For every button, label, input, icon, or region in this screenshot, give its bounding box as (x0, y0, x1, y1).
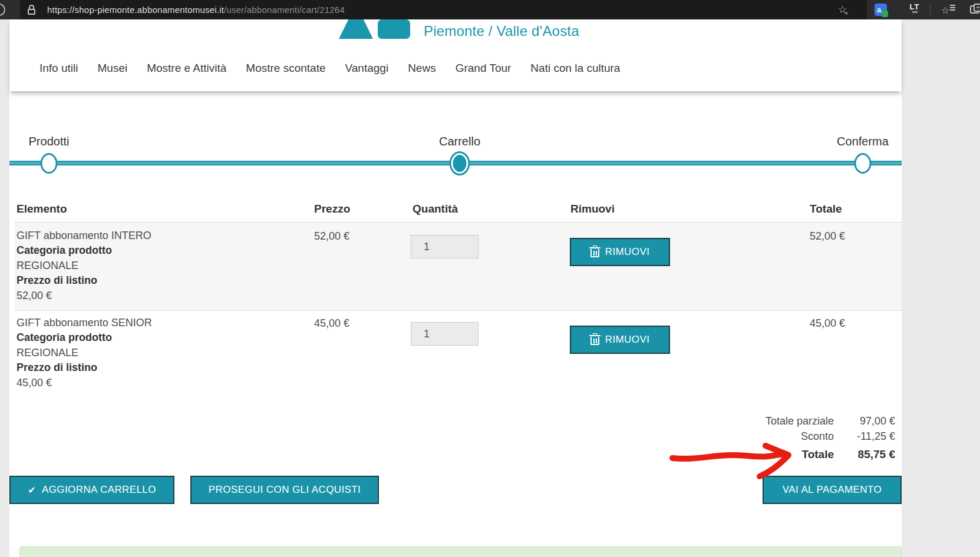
row2-quantity-input[interactable] (411, 322, 479, 346)
nav-item-grand-tour[interactable]: Grand Tour (456, 62, 512, 75)
row2-list-price-value: 45,00 € (17, 376, 152, 390)
nav-item-nati-con-la-cultura[interactable]: Nati con la cultura (530, 62, 620, 75)
subtotal-value: 97,00 € (860, 415, 895, 427)
row1-element-cell: GIFT abbonamento INTERO Categoria prodot… (17, 228, 151, 303)
languagetool-extension-icon[interactable]: LT 〰 (908, 3, 922, 15)
nav-item-info-utili[interactable]: Info utili (39, 62, 78, 75)
nav-item-mostre-attivita[interactable]: Mostre e Attività (147, 62, 226, 75)
column-header-quantita: Quantità (413, 203, 458, 215)
row2-price: 45,00 € (314, 317, 349, 330)
row2-total: 45,00 € (810, 317, 845, 330)
step-circle-conferma (854, 153, 872, 174)
nav-item-vantaggi[interactable]: Vantaggi (345, 62, 389, 75)
reload-icon[interactable] (0, 4, 5, 16)
row2-remove-button[interactable]: RIMUOVI (570, 326, 670, 354)
discount-value: -11,25 € (857, 430, 895, 443)
column-header-rimuovi: Rimuovi (570, 203, 615, 215)
site-header: Piemonte / Valle d'Aosta Info utili Muse… (9, 19, 902, 91)
grand-total-value: 85,75 € (858, 448, 895, 461)
row1-remove-button[interactable]: RIMUOVI (570, 238, 670, 266)
subtotal-label: Totale parziale (765, 415, 834, 427)
row2-title: GIFT abbonamento SENIOR (17, 316, 152, 330)
main-navigation: Info utili Musei Mostre e Attività Mostr… (39, 62, 620, 75)
column-header-totale: Totale (810, 203, 842, 215)
row1-remove-label: RIMUOVI (605, 246, 650, 258)
column-header-elemento: Elemento (17, 203, 67, 215)
red-annotation-arrow (666, 427, 814, 486)
content-container: Piemonte / Valle d'Aosta Info utili Muse… (9, 19, 902, 557)
step-circle-carrello-active (451, 153, 468, 174)
row2-list-price-label: Prezzo di listino (17, 362, 97, 373)
update-cart-label: AGGIORNA CARRELLO (42, 484, 156, 496)
update-cart-button[interactable]: ✔ AGGIORNA CARRELLO (9, 476, 174, 504)
step-label-carrello: Carrello (439, 135, 480, 148)
row1-category-value: REGIONALE (17, 258, 151, 273)
favorites-icon[interactable]: ☆ (941, 4, 955, 16)
nav-item-musei[interactable]: Musei (97, 62, 127, 75)
address-bar[interactable]: https://shop-piemonte.abbonamentomusei.i… (20, 0, 867, 19)
row1-price: 52,00 € (314, 230, 349, 243)
row2-element-cell: GIFT abbonamento SENIOR Categoria prodot… (17, 316, 152, 390)
row1-list-price-value: 52,00 € (17, 289, 151, 303)
row1-title: GIFT abbonamento INTERO (17, 228, 151, 243)
browser-toolbar: https://shop-piemonte.abbonamentomusei.i… (0, 0, 980, 19)
row1-total: 52,00 € (810, 230, 845, 243)
row2-remove-label: RIMUOVI (605, 334, 650, 346)
logo-region-text: Piemonte / Valle d'Aosta (424, 23, 579, 39)
translate-extension-icon[interactable]: a (875, 4, 887, 16)
continue-shopping-label: PROSEGUI CON GLI ACQUISTI (209, 484, 361, 496)
success-message-bar (19, 546, 902, 557)
page-background: Piemonte / Valle d'Aosta Info utili Muse… (0, 19, 980, 557)
row1-quantity-input[interactable] (411, 235, 479, 258)
collections-icon[interactable]: + (970, 4, 980, 15)
row2-category-label: Categoria prodotto (17, 331, 112, 343)
toolbar-divider (930, 5, 930, 15)
lock-icon (28, 5, 35, 15)
logo-mark-a-icon[interactable] (339, 19, 373, 39)
logo-mark-m-icon[interactable] (378, 19, 410, 39)
step-label-prodotti: Prodotti (29, 135, 70, 148)
row1-category-label: Categoria prodotto (17, 244, 112, 256)
row1-list-price-label: Prezzo di listino (17, 274, 97, 286)
trash-icon (590, 334, 599, 345)
step-label-conferma: Conferma (837, 135, 889, 148)
trash-icon (590, 247, 599, 257)
continue-shopping-button[interactable]: PROSEGUI CON GLI ACQUISTI (190, 476, 379, 504)
bookmark-star-icon[interactable]: ☆+ (838, 4, 850, 16)
check-icon: ✔ (28, 485, 36, 496)
url-path: /user/abbonamenti/cart/21264 (224, 5, 345, 15)
page-url: https://shop-piemonte.abbonamentomusei.i… (47, 5, 345, 15)
nav-item-mostre-scontate[interactable]: Mostre scontate (246, 62, 325, 75)
column-header-prezzo: Prezzo (314, 203, 350, 215)
screen: https://shop-piemonte.abbonamentomusei.i… (0, 0, 980, 557)
row2-category-value: REGIONALE (17, 346, 152, 360)
url-host: https://shop-piemonte.abbonamentomusei.i… (47, 5, 224, 15)
step-circle-prodotti (41, 153, 58, 174)
nav-item-news[interactable]: News (408, 62, 436, 75)
